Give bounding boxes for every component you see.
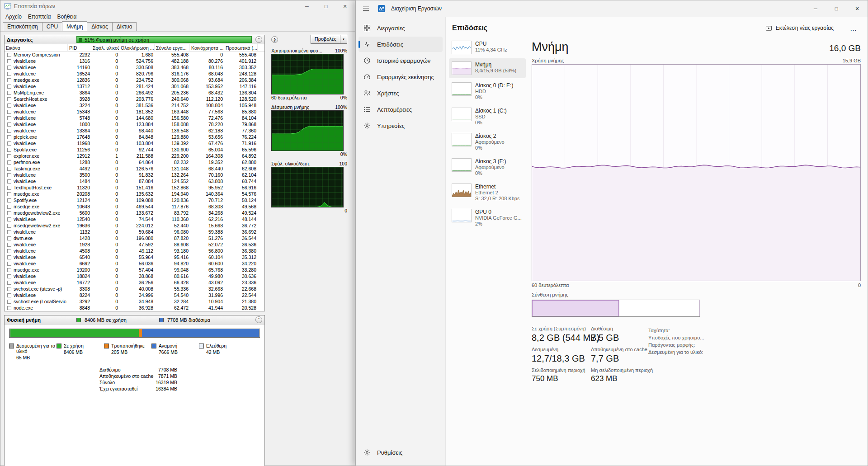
row-checkbox[interactable] — [7, 110, 11, 114]
row-checkbox[interactable] — [7, 217, 11, 221]
table-row[interactable]: vivaldi.exe6540055.96495.41660.10435.312 — [5, 254, 264, 260]
perf-item-CPU[interactable]: CPU11% 4,34 GHz — [449, 38, 526, 57]
row-checkbox[interactable] — [7, 179, 11, 184]
perf-item-Δίσκος 2[interactable]: Δίσκος 2Αφαιρούμενο0% — [449, 130, 526, 154]
table-row[interactable]: vivaldi.exe1132059.68496.08059.38836.692 — [5, 229, 264, 235]
menu-item-Βοήθεια[interactable]: Βοήθεια — [54, 13, 80, 20]
row-checkbox[interactable] — [7, 59, 11, 63]
minimize-button[interactable]: ─ — [805, 0, 826, 17]
row-checkbox[interactable] — [7, 205, 11, 209]
tab-Δίκτυο[interactable]: Δίκτυο — [112, 22, 137, 31]
row-checkbox[interactable] — [7, 116, 11, 120]
table-row[interactable]: picpick.exe17648084.848129.88053.65676.2… — [5, 134, 264, 140]
row-checkbox[interactable] — [7, 186, 11, 190]
row-checkbox[interactable] — [7, 160, 11, 165]
table-row[interactable]: vivaldi.exe8224034.99654.54031.99622.544 — [5, 292, 264, 298]
table-row[interactable]: msedge.exe19200057.40499.04865.76833.280 — [5, 267, 264, 273]
row-checkbox[interactable] — [7, 66, 11, 70]
table-row[interactable]: msedge.exe128360234.752300.06893.684206.… — [5, 77, 264, 83]
tab-Επισκόπηση[interactable]: Επισκόπηση — [3, 22, 42, 31]
row-checkbox[interactable] — [7, 224, 11, 228]
column-header[interactable]: Σύνολο εργα... — [155, 44, 190, 51]
close-button[interactable]: ✕ — [337, 2, 353, 11]
row-checkbox[interactable] — [7, 230, 11, 234]
row-checkbox[interactable] — [7, 274, 11, 278]
resmon-titlebar[interactable]: Εποπτεία πόρων ─ □ ✕ — [0, 0, 355, 12]
table-row[interactable]: vivaldi.exe165240820.796316.17668.048248… — [5, 71, 264, 77]
row-checkbox[interactable] — [7, 154, 11, 158]
sidebar-item-Επιδόσεις[interactable]: Επιδόσεις — [359, 37, 443, 52]
sidebar-item-Χρήστες[interactable]: Χρήστες — [359, 85, 443, 101]
tab-Μνήμη[interactable]: Μνήμη — [62, 21, 87, 31]
expand-charts-button[interactable]: ❯ — [271, 36, 278, 43]
row-checkbox[interactable] — [7, 129, 11, 133]
minimize-button[interactable]: ─ — [299, 2, 315, 11]
row-checkbox[interactable] — [7, 135, 11, 139]
row-checkbox[interactable] — [7, 192, 11, 196]
close-button[interactable]: ✕ — [847, 0, 868, 17]
row-checkbox[interactable] — [7, 53, 11, 57]
column-header[interactable]: Κοινόχρηστα ... — [190, 44, 224, 51]
row-checkbox[interactable] — [7, 281, 11, 285]
tab-Δίσκος[interactable]: Δίσκος — [87, 22, 112, 31]
table-row[interactable]: vivaldi.exe6692056.03694.82060.60034.220 — [5, 260, 264, 267]
row-checkbox[interactable] — [7, 300, 11, 304]
collapse-panel-button[interactable]: ⌃ — [255, 36, 262, 43]
row-checkbox[interactable] — [7, 173, 11, 177]
table-row[interactable]: vivaldi.exe32240381.536214.752108.804105… — [5, 102, 264, 108]
sidebar-item-Λεπτομέρειες[interactable]: Λεπτομέρειες — [359, 102, 443, 117]
sidebar-item-Εφαρμογές εκκίνησης[interactable]: Εφαρμογές εκκίνησης — [359, 69, 443, 85]
sidebar-item-Διεργασίες[interactable]: Διεργασίες — [359, 20, 443, 36]
table-row[interactable]: vivaldi.exe13364098.440139.54862.18877.3… — [5, 127, 264, 134]
maximize-button[interactable]: □ — [826, 0, 847, 17]
sidebar-item-Ρυθμίσεις[interactable]: Ρυθμίσεις — [359, 445, 443, 460]
perf-item-Δίσκος 0 (D: E:)[interactable]: Δίσκος 0 (D: E:)HDD0% — [449, 79, 526, 104]
menu-icon[interactable] — [356, 0, 376, 17]
table-row[interactable]: vivaldi.exe16772036.25666.42843.09223.33… — [5, 279, 264, 286]
menu-item-Αρχείο[interactable]: Αρχείο — [2, 13, 25, 20]
row-checkbox[interactable] — [7, 293, 11, 297]
table-row[interactable]: vivaldi.exe3500091.832132.26470.16062.10… — [5, 172, 264, 178]
table-row[interactable]: MsMpEng.exe38640266.492205.23668.432136.… — [5, 89, 264, 96]
more-options-button[interactable]: … — [847, 24, 859, 32]
table-row[interactable]: Memory Compression223201.680555.4080555.… — [5, 52, 264, 58]
column-header[interactable]: Σφάλ. υλικού/... — [91, 44, 119, 51]
column-header[interactable]: Εικόνα — [5, 44, 68, 51]
table-row[interactable]: msedge.exe106480469.544117.87668.30849.5… — [5, 203, 264, 210]
maximize-button[interactable]: □ — [318, 2, 334, 11]
table-row[interactable]: vivaldi.exe4508049.11293.18056.80036.380 — [5, 248, 264, 254]
table-row[interactable]: Taskmgr.exe44920126.576131.04868.44062.6… — [5, 165, 264, 172]
row-checkbox[interactable] — [7, 236, 11, 240]
table-row[interactable]: vivaldi.exe12540074.544110.36062.21648.1… — [5, 216, 264, 222]
row-checkbox[interactable] — [7, 97, 11, 101]
table-row[interactable]: Spotify.exe11256092.744130.60065.00465.5… — [5, 146, 264, 153]
menu-item-Εποπτεία[interactable]: Εποπτεία — [25, 13, 54, 20]
table-row[interactable]: Spotify.exe121240109.088120.83670.71250.… — [5, 197, 264, 203]
table-row[interactable]: SearchHost.exe39280203.776240.640112.120… — [5, 96, 264, 102]
table-row[interactable]: vivaldi.exe18000123.884158.08878.22079.8… — [5, 121, 264, 127]
table-row[interactable]: svchost.exe (LocalServiceNo...3292034.94… — [5, 298, 264, 305]
table-row[interactable]: vivaldi.exe119680103.804139.39267.47671.… — [5, 140, 264, 146]
perf-item-Δίσκος 1 (C:)[interactable]: Δίσκος 1 (C:)SSD0% — [449, 104, 526, 129]
table-row[interactable]: node.exe8848036.92862.47241.94420.528 — [5, 305, 264, 311]
row-checkbox[interactable] — [7, 141, 11, 146]
table-row[interactable]: vivaldi.exe13160524.756482.18880.276401.… — [5, 58, 264, 64]
table-row[interactable]: vivaldi.exe153480181.352163.44877.56885.… — [5, 108, 264, 115]
table-row[interactable]: vivaldi.exe137120281.424301.068153.95214… — [5, 83, 264, 89]
row-checkbox[interactable] — [7, 122, 11, 127]
column-header[interactable]: PID — [68, 44, 91, 51]
row-checkbox[interactable] — [7, 306, 11, 310]
table-row[interactable]: dwm.exe14280196.08087.82051.27636.544 — [5, 235, 264, 241]
row-checkbox[interactable] — [7, 85, 11, 89]
taskmgr-titlebar[interactable]: Διαχείριση Εργασιών ─ □ ✕ — [356, 0, 868, 17]
row-checkbox[interactable] — [7, 249, 11, 253]
table-row[interactable]: vivaldi.exe141600330.508383.46880.116303… — [5, 64, 264, 71]
table-row[interactable]: svchost.exe (utcsvc -p)3308040.00855.336… — [5, 286, 264, 292]
table-row[interactable]: msedge.exe202080135.632194.940140.36454.… — [5, 191, 264, 197]
table-row[interactable]: msedgewebview2.exe196360224.01252.44015.… — [5, 222, 264, 229]
row-checkbox[interactable] — [7, 243, 11, 247]
row-checkbox[interactable] — [7, 262, 11, 266]
row-checkbox[interactable] — [7, 198, 11, 202]
table-row[interactable]: perfmon.exe1288064.86482.23219.35262.880 — [5, 159, 264, 165]
sidebar-item-Ιστορικό εφαρμογών[interactable]: Ιστορικό εφαρμογών — [359, 53, 443, 68]
